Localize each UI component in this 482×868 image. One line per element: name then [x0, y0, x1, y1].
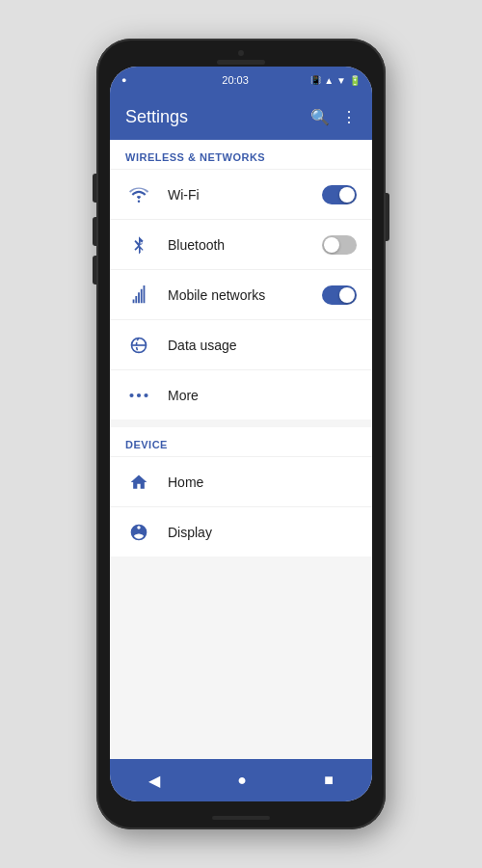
data-usage-icon: [125, 336, 152, 355]
overflow-menu-button[interactable]: ⋮: [341, 108, 357, 126]
mobile-networks-setting-item[interactable]: Mobile networks: [110, 269, 372, 319]
back-button[interactable]: ◀: [133, 764, 175, 798]
more-label: More: [168, 388, 357, 403]
wifi-toggle-thumb: [339, 187, 355, 203]
device-header: DEVICE: [110, 427, 372, 456]
display-label: Display: [168, 525, 357, 540]
svg-point-4: [144, 393, 147, 396]
signal-status-icon: ▼: [336, 75, 346, 86]
mobile-networks-toggle[interactable]: [322, 285, 357, 305]
data-usage-label: Data usage: [168, 338, 357, 353]
home-button[interactable]: ●: [222, 764, 262, 797]
navigation-bar: ◀ ● ■: [110, 759, 372, 801]
svg-point-2: [129, 393, 133, 396]
app-bar: Settings 🔍 ⋮: [110, 94, 372, 140]
device-section: DEVICE Home: [110, 427, 372, 556]
display-icon: [125, 523, 152, 542]
battery-icon: 🔋: [349, 75, 361, 86]
app-title: Settings: [125, 107, 310, 127]
mobile-networks-toggle-thumb: [339, 287, 355, 303]
phone-device: ● 20:03 📳 ▲ ▼ 🔋 Settings 🔍 ⋮ WIRELESS & …: [96, 39, 386, 829]
more-setting-item[interactable]: More: [110, 369, 372, 420]
bluetooth-setting-item[interactable]: Bluetooth: [110, 219, 372, 269]
svg-point-3: [137, 393, 141, 396]
more-icon: [125, 393, 152, 398]
wifi-icon: [125, 187, 152, 203]
svg-point-0: [138, 200, 141, 203]
wireless-networks-header: WIRELESS & NETWORKS: [110, 140, 372, 169]
mobile-networks-icon: [125, 285, 152, 305]
data-usage-setting-item[interactable]: Data usage: [110, 319, 372, 369]
status-icons: 📳 ▲ ▼ 🔋: [310, 75, 361, 86]
wifi-label: Wi-Fi: [168, 187, 322, 203]
wireless-networks-section: WIRELESS & NETWORKS Wi-Fi: [110, 140, 372, 420]
recents-button[interactable]: ■: [308, 764, 349, 797]
status-time: 20:03: [160, 74, 310, 86]
wifi-setting-item[interactable]: Wi-Fi: [110, 169, 372, 219]
vibrate-icon: 📳: [310, 75, 321, 85]
phone-top-area: [217, 50, 265, 65]
mobile-networks-label: Mobile networks: [168, 287, 322, 303]
speaker: [217, 60, 265, 65]
bluetooth-toggle[interactable]: [322, 235, 357, 255]
phone-bottom-bar: [212, 816, 270, 820]
wifi-toggle[interactable]: [322, 185, 357, 204]
status-bar: ● 20:03 📳 ▲ ▼ 🔋: [110, 67, 372, 94]
display-setting-item[interactable]: Display: [110, 506, 372, 556]
phone-screen: ● 20:03 📳 ▲ ▼ 🔋 Settings 🔍 ⋮ WIRELESS & …: [110, 67, 372, 801]
app-bar-actions: 🔍 ⋮: [310, 108, 357, 126]
home-label: Home: [168, 475, 357, 490]
bluetooth-label: Bluetooth: [168, 237, 322, 253]
home-icon: [125, 473, 152, 492]
settings-content: WIRELESS & NETWORKS Wi-Fi: [110, 140, 372, 759]
bluetooth-toggle-thumb: [324, 237, 339, 253]
search-button[interactable]: 🔍: [310, 108, 330, 126]
home-setting-item[interactable]: Home: [110, 456, 372, 506]
camera: [238, 50, 244, 56]
bluetooth-icon: [125, 235, 152, 255]
wifi-status-icon: ▲: [324, 75, 334, 86]
